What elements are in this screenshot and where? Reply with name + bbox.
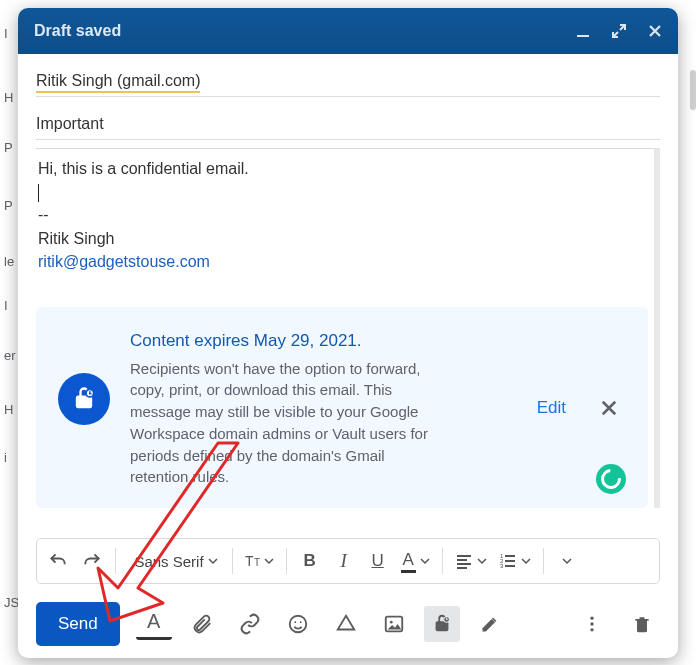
text-color-button[interactable]: A [397, 546, 434, 576]
minimize-icon[interactable] [574, 22, 592, 40]
format-toolbar: Sans Serif TT B I U A 123 [36, 538, 660, 584]
background-sidebar: I H P P le I er H i JS [0, 0, 18, 665]
confidential-edit-button[interactable]: Edit [537, 398, 566, 418]
svg-rect-19 [635, 619, 648, 621]
compose-header: Draft saved [18, 8, 678, 54]
subject-text: Important [36, 115, 104, 132]
recipient-chip[interactable]: Ritik Singh (gmail.com) [36, 72, 200, 93]
compose-window: Draft saved Ritik Singh (gmail.com) Impo… [18, 8, 678, 658]
expand-icon[interactable] [610, 22, 628, 40]
svg-rect-0 [577, 35, 589, 37]
confidential-mode-button[interactable] [424, 606, 460, 642]
font-size-select[interactable]: TT [241, 546, 278, 576]
list-button[interactable]: 123 [495, 546, 535, 576]
insert-drive-button[interactable] [328, 606, 364, 642]
send-button[interactable]: Send [36, 602, 120, 646]
bold-button[interactable]: B [295, 546, 325, 576]
underline-button[interactable]: U [363, 546, 393, 576]
compose-title: Draft saved [34, 22, 574, 40]
signature-email[interactable]: ritik@gadgetstouse.com [38, 250, 648, 273]
svg-point-11 [390, 621, 393, 624]
more-options-button[interactable] [574, 606, 610, 642]
font-family-select[interactable]: Sans Serif [124, 546, 224, 576]
align-button[interactable] [451, 546, 491, 576]
body-line: Hi, this is a confidential email. [38, 157, 648, 180]
text-cursor [38, 184, 39, 202]
subject-field[interactable]: Important [36, 115, 660, 140]
formatting-options-button[interactable]: A [136, 608, 172, 640]
close-icon[interactable] [646, 22, 664, 40]
italic-button[interactable]: I [329, 546, 359, 576]
insert-image-button[interactable] [376, 606, 412, 642]
svg-rect-15 [446, 619, 448, 620]
confidential-desc: Recipients won't have the option to forw… [130, 358, 430, 489]
undo-button[interactable] [43, 546, 73, 576]
recipients-field[interactable]: Ritik Singh (gmail.com) [36, 72, 660, 97]
confidential-title: Content expires May 29, 2021. [130, 329, 430, 354]
scrollbar-hint [690, 70, 696, 110]
bottom-toolbar: Send A [36, 598, 660, 650]
signature-separator: -- [38, 203, 648, 226]
confidential-banner: Content expires May 29, 2021. Recipients… [36, 307, 648, 508]
insert-emoji-button[interactable] [280, 606, 316, 642]
svg-point-8 [294, 621, 296, 623]
insert-signature-button[interactable] [472, 606, 508, 642]
svg-text:3: 3 [500, 563, 504, 569]
svg-point-18 [590, 628, 593, 631]
signature-name: Ritik Singh [38, 227, 648, 250]
svg-point-9 [300, 621, 302, 623]
svg-point-17 [590, 622, 593, 625]
attach-file-button[interactable] [184, 606, 220, 642]
svg-point-7 [289, 616, 306, 633]
discard-draft-button[interactable] [624, 606, 660, 642]
insert-link-button[interactable] [232, 606, 268, 642]
redo-button[interactable] [77, 546, 107, 576]
confidential-lock-icon [58, 373, 110, 425]
svg-rect-3 [89, 393, 92, 394]
more-format-button[interactable] [552, 546, 582, 576]
message-body[interactable]: Hi, this is a confidential email. -- Rit… [36, 148, 660, 508]
grammarly-icon[interactable] [596, 464, 626, 494]
svg-point-16 [590, 617, 593, 620]
confidential-close-button[interactable] [596, 395, 622, 421]
